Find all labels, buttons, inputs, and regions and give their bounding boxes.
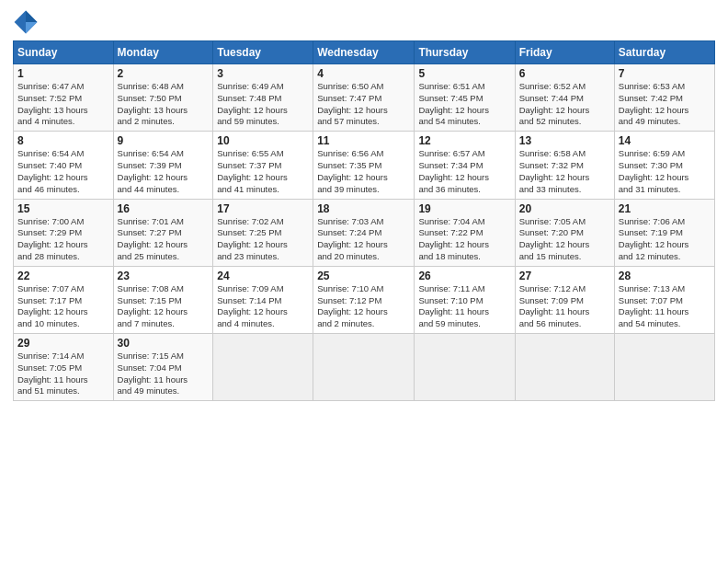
day-info: Sunrise: 6:54 AM Sunset: 7:40 PM Dayligh… <box>17 148 109 195</box>
day-info: Sunrise: 7:06 AM Sunset: 7:19 PM Dayligh… <box>619 216 711 263</box>
calendar-cell <box>313 334 415 401</box>
page: SundayMondayTuesdayWednesdayThursdayFrid… <box>0 0 728 563</box>
day-number: 16 <box>118 202 210 215</box>
day-info: Sunrise: 6:56 AM Sunset: 7:35 PM Dayligh… <box>317 148 410 195</box>
day-info: Sunrise: 6:55 AM Sunset: 7:37 PM Dayligh… <box>217 148 309 195</box>
day-number: 20 <box>519 202 610 215</box>
day-info: Sunrise: 6:47 AM Sunset: 7:52 PM Dayligh… <box>17 81 109 128</box>
day-info: Sunrise: 6:57 AM Sunset: 7:34 PM Dayligh… <box>418 148 510 195</box>
day-number: 5 <box>418 67 510 80</box>
weekday-header: Monday <box>113 41 213 64</box>
calendar-cell: 28Sunrise: 7:13 AM Sunset: 7:07 PM Dayli… <box>614 266 714 333</box>
calendar-cell: 30Sunrise: 7:15 AM Sunset: 7:04 PM Dayli… <box>113 334 213 401</box>
header-row: SundayMondayTuesdayWednesdayThursdayFrid… <box>14 41 715 64</box>
day-info: Sunrise: 7:03 AM Sunset: 7:24 PM Dayligh… <box>317 216 410 263</box>
calendar-cell: 10Sunrise: 6:55 AM Sunset: 7:37 PM Dayli… <box>213 132 313 199</box>
day-number: 24 <box>217 270 309 282</box>
calendar-cell: 20Sunrise: 7:05 AM Sunset: 7:20 PM Dayli… <box>515 199 614 266</box>
day-number: 17 <box>217 202 309 215</box>
day-number: 23 <box>118 270 210 282</box>
calendar-cell: 15Sunrise: 7:00 AM Sunset: 7:29 PM Dayli… <box>14 199 114 266</box>
calendar-cell <box>415 334 515 401</box>
day-info: Sunrise: 7:04 AM Sunset: 7:22 PM Dayligh… <box>418 216 510 263</box>
calendar-cell: 2Sunrise: 6:48 AM Sunset: 7:50 PM Daylig… <box>113 64 213 132</box>
weekday-header: Friday <box>515 41 614 64</box>
day-info: Sunrise: 6:50 AM Sunset: 7:47 PM Dayligh… <box>317 81 410 128</box>
calendar-cell: 25Sunrise: 7:10 AM Sunset: 7:12 PM Dayli… <box>313 266 415 333</box>
day-number: 9 <box>118 134 210 147</box>
calendar-week-row: 1Sunrise: 6:47 AM Sunset: 7:52 PM Daylig… <box>14 64 715 132</box>
logo <box>13 9 42 35</box>
calendar-cell: 18Sunrise: 7:03 AM Sunset: 7:24 PM Dayli… <box>313 199 415 266</box>
day-number: 15 <box>17 202 109 215</box>
day-number: 11 <box>317 134 410 147</box>
calendar-week-row: 8Sunrise: 6:54 AM Sunset: 7:40 PM Daylig… <box>14 132 715 199</box>
day-info: Sunrise: 7:07 AM Sunset: 7:17 PM Dayligh… <box>17 283 109 330</box>
day-info: Sunrise: 7:05 AM Sunset: 7:20 PM Dayligh… <box>519 216 610 263</box>
calendar-cell: 1Sunrise: 6:47 AM Sunset: 7:52 PM Daylig… <box>14 64 114 132</box>
day-number: 13 <box>519 134 610 147</box>
calendar-cell: 7Sunrise: 6:53 AM Sunset: 7:42 PM Daylig… <box>614 64 714 132</box>
calendar-cell: 9Sunrise: 6:54 AM Sunset: 7:39 PM Daylig… <box>113 132 213 199</box>
weekday-header: Wednesday <box>313 41 415 64</box>
day-info: Sunrise: 7:09 AM Sunset: 7:14 PM Dayligh… <box>217 283 309 330</box>
calendar-cell: 6Sunrise: 6:52 AM Sunset: 7:44 PM Daylig… <box>515 64 614 132</box>
day-number: 14 <box>619 134 711 147</box>
svg-marker-2 <box>26 22 37 33</box>
day-info: Sunrise: 7:08 AM Sunset: 7:15 PM Dayligh… <box>118 283 210 330</box>
day-number: 21 <box>619 202 711 215</box>
calendar-cell: 14Sunrise: 6:59 AM Sunset: 7:30 PM Dayli… <box>614 132 714 199</box>
day-number: 8 <box>17 134 109 147</box>
calendar-cell: 5Sunrise: 6:51 AM Sunset: 7:45 PM Daylig… <box>415 64 515 132</box>
weekday-header: Saturday <box>614 41 714 64</box>
calendar-cell: 23Sunrise: 7:08 AM Sunset: 7:15 PM Dayli… <box>113 266 213 333</box>
day-info: Sunrise: 7:13 AM Sunset: 7:07 PM Dayligh… <box>619 283 711 330</box>
header <box>13 9 715 35</box>
calendar-cell <box>213 334 313 401</box>
calendar-week-row: 15Sunrise: 7:00 AM Sunset: 7:29 PM Dayli… <box>14 199 715 266</box>
calendar-cell: 21Sunrise: 7:06 AM Sunset: 7:19 PM Dayli… <box>614 199 714 266</box>
weekday-header: Sunday <box>14 41 114 64</box>
day-info: Sunrise: 6:51 AM Sunset: 7:45 PM Dayligh… <box>418 81 510 128</box>
calendar-week-row: 29Sunrise: 7:14 AM Sunset: 7:05 PM Dayli… <box>14 334 715 401</box>
day-number: 26 <box>418 270 510 282</box>
day-info: Sunrise: 7:12 AM Sunset: 7:09 PM Dayligh… <box>519 283 610 330</box>
day-number: 18 <box>317 202 410 215</box>
day-number: 22 <box>17 270 109 282</box>
calendar-cell <box>515 334 614 401</box>
day-number: 2 <box>118 67 210 80</box>
day-number: 28 <box>619 270 711 282</box>
day-info: Sunrise: 7:15 AM Sunset: 7:04 PM Dayligh… <box>118 350 210 397</box>
calendar-cell: 22Sunrise: 7:07 AM Sunset: 7:17 PM Dayli… <box>14 266 114 333</box>
day-info: Sunrise: 7:14 AM Sunset: 7:05 PM Dayligh… <box>17 350 109 397</box>
day-number: 6 <box>519 67 610 80</box>
calendar-cell: 24Sunrise: 7:09 AM Sunset: 7:14 PM Dayli… <box>213 266 313 333</box>
day-info: Sunrise: 7:10 AM Sunset: 7:12 PM Dayligh… <box>317 283 410 330</box>
day-info: Sunrise: 6:48 AM Sunset: 7:50 PM Dayligh… <box>118 81 210 128</box>
day-info: Sunrise: 7:01 AM Sunset: 7:27 PM Dayligh… <box>118 216 210 263</box>
day-info: Sunrise: 6:59 AM Sunset: 7:30 PM Dayligh… <box>619 148 711 195</box>
day-number: 7 <box>619 67 711 80</box>
logo-icon <box>13 9 39 35</box>
day-info: Sunrise: 6:54 AM Sunset: 7:39 PM Dayligh… <box>118 148 210 195</box>
calendar-cell: 29Sunrise: 7:14 AM Sunset: 7:05 PM Dayli… <box>14 334 114 401</box>
calendar-cell: 12Sunrise: 6:57 AM Sunset: 7:34 PM Dayli… <box>415 132 515 199</box>
calendar-week-row: 22Sunrise: 7:07 AM Sunset: 7:17 PM Dayli… <box>14 266 715 333</box>
day-info: Sunrise: 6:53 AM Sunset: 7:42 PM Dayligh… <box>619 81 711 128</box>
day-info: Sunrise: 7:02 AM Sunset: 7:25 PM Dayligh… <box>217 216 309 263</box>
calendar-cell: 13Sunrise: 6:58 AM Sunset: 7:32 PM Dayli… <box>515 132 614 199</box>
day-number: 27 <box>519 270 610 282</box>
calendar-cell: 11Sunrise: 6:56 AM Sunset: 7:35 PM Dayli… <box>313 132 415 199</box>
day-number: 29 <box>17 337 109 350</box>
day-number: 12 <box>418 134 510 147</box>
day-number: 30 <box>118 337 210 350</box>
day-number: 1 <box>17 67 109 80</box>
svg-marker-1 <box>26 11 37 22</box>
calendar-cell: 4Sunrise: 6:50 AM Sunset: 7:47 PM Daylig… <box>313 64 415 132</box>
day-number: 19 <box>418 202 510 215</box>
calendar-cell: 16Sunrise: 7:01 AM Sunset: 7:27 PM Dayli… <box>113 199 213 266</box>
calendar-cell: 8Sunrise: 6:54 AM Sunset: 7:40 PM Daylig… <box>14 132 114 199</box>
weekday-header: Tuesday <box>213 41 313 64</box>
calendar-header: SundayMondayTuesdayWednesdayThursdayFrid… <box>14 41 715 64</box>
calendar-cell: 19Sunrise: 7:04 AM Sunset: 7:22 PM Dayli… <box>415 199 515 266</box>
